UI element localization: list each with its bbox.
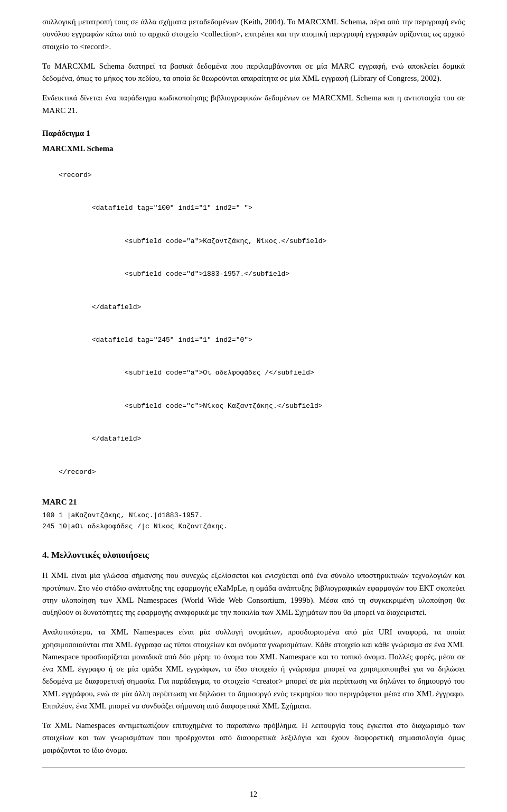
page-divider bbox=[42, 767, 465, 768]
code-line-6: <subfield code="c">Νίκος Καζαντζάκης.</s… bbox=[59, 402, 322, 410]
code-line-1: <subfield code="a">Καζαντζάκης, Νίκος.</… bbox=[59, 237, 326, 245]
marcxml-schema-label: MARCXML Schema bbox=[42, 143, 465, 155]
page-content: συλλογική μετατροπή τους σε άλλα σχήματα… bbox=[42, 16, 465, 800]
record-close: </record> bbox=[59, 468, 96, 476]
paragraph-3: Ενδεικτικά δίνεται ένα παράδειγμα κωδικο… bbox=[42, 92, 465, 117]
marc21-line-1: 245 10|aΟι αδελφοφάδες /|c Νίκος Καζαντζ… bbox=[42, 521, 465, 533]
page-footer: 12 bbox=[42, 789, 465, 800]
marc21-section: MARC 21 100 1 |aΚαζαντζάκης, Νίκος.|d188… bbox=[42, 496, 465, 533]
code-block: <record> <datafield tag="100" ind1="1" i… bbox=[42, 159, 465, 489]
marc21-line-0: 100 1 |aΚαζαντζάκης, Νίκος.|d1883-1957. bbox=[42, 510, 465, 521]
paragraph-2: Το MARCXML Schema διατηρεί τα βασικά δεδ… bbox=[42, 60, 465, 85]
marc21-label: MARC 21 bbox=[42, 496, 465, 508]
code-line-2: <subfield code="d">1883-1957.</subfield> bbox=[59, 270, 289, 278]
section4-heading: 4. Μελλοντικές υλοποιήσεις bbox=[42, 548, 465, 562]
section4-paragraph-1: Η XML είναι μία γλώσσα σήμανσης που συνε… bbox=[42, 570, 465, 619]
code-line-0: <datafield tag="100" ind1="1" ind2=" "> bbox=[59, 204, 252, 212]
code-line-5: <subfield code="a">Οι αδελφοφάδες /</sub… bbox=[59, 369, 314, 377]
page-number: 12 bbox=[250, 790, 257, 798]
code-line-7: </datafield> bbox=[59, 435, 141, 443]
code-line-4: <datafield tag="245" ind1="1" ind2="0"> bbox=[59, 336, 252, 344]
section4-paragraph-3: Τα XML Namespaces αντιμετωπίζουν επιτυχη… bbox=[42, 720, 465, 757]
section4-paragraph-2: Αναλυτικότερα, τα XML Namespaces είναι μ… bbox=[42, 626, 465, 712]
paragraph-1: συλλογική μετατροπή τους σε άλλα σχήματα… bbox=[42, 16, 465, 53]
record-open: <record> bbox=[59, 171, 91, 179]
example-title: Παράδειγμα 1 bbox=[42, 127, 465, 139]
code-line-3: </datafield> bbox=[59, 303, 141, 311]
